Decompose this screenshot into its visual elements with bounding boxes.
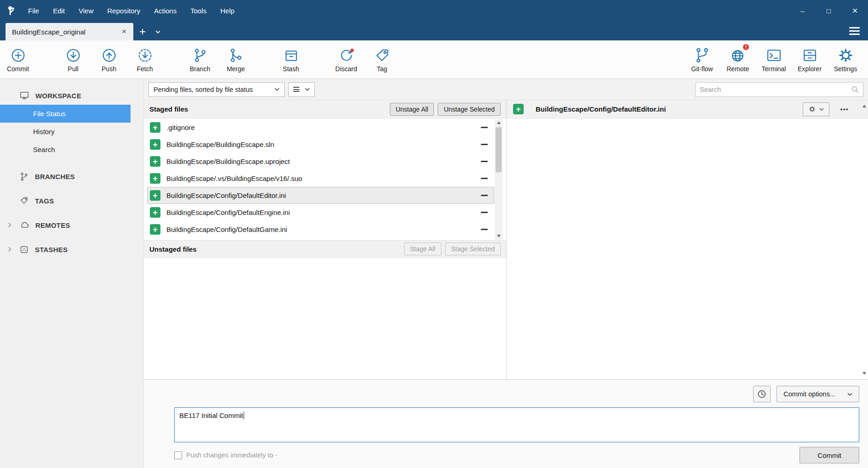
merge-toolbar-label: Merge: [227, 65, 245, 73]
diff-panel-scrollbar[interactable]: [860, 100, 868, 379]
staged-file-row[interactable]: + BuildingEscape/Config/DefaultGame.ini: [147, 221, 494, 238]
sidebar-item-file-status[interactable]: File Status: [0, 105, 131, 123]
commit-toolbar-button[interactable]: Commit: [0, 42, 36, 78]
diff-options-button[interactable]: [803, 102, 829, 116]
remote-toolbar-button[interactable]: ! Remote: [720, 42, 756, 78]
added-file-icon: +: [150, 207, 160, 218]
staged-file-row[interactable]: + BuildingEscape/Config/DefaultEngine.in…: [147, 204, 494, 221]
unstage-file-icon[interactable]: [479, 224, 490, 235]
commit-button[interactable]: Commit: [799, 447, 859, 463]
staged-file-name: BuildingEscape/.vs/BuildingEscape/v16/.s…: [166, 175, 302, 182]
tags-section-label: TAGS: [35, 197, 54, 205]
settings-toolbar-button[interactable]: Settings: [828, 42, 863, 78]
menu-file[interactable]: File: [21, 0, 46, 21]
commit-history-button[interactable]: [753, 386, 771, 402]
remotes-section-header[interactable]: REMOTES: [0, 216, 143, 234]
pull-toolbar-button[interactable]: Pull: [55, 42, 91, 78]
unstage-selected-button[interactable]: Unstage Selected: [438, 103, 501, 116]
stage-all-button[interactable]: Stage All: [404, 242, 441, 255]
branches-section-header[interactable]: BRANCHES: [0, 167, 143, 186]
sidebar-item-history[interactable]: History: [0, 123, 143, 141]
menu-actions[interactable]: Actions: [147, 0, 183, 21]
pull-toolbar-label: Pull: [68, 65, 78, 73]
settings-toolbar-label: Settings: [834, 65, 857, 73]
unstage-file-icon[interactable]: [479, 190, 490, 201]
maximize-button[interactable]: □: [816, 0, 842, 21]
remotes-expand-chevron-icon[interactable]: [8, 222, 12, 228]
tag-icon: [19, 196, 29, 206]
file-search-box: [695, 82, 863, 97]
commit-options-dropdown[interactable]: Commit options...: [777, 386, 859, 402]
terminal-toolbar-button[interactable]: Terminal: [756, 42, 792, 78]
tag-toolbar-button[interactable]: Tag: [364, 42, 400, 78]
unstage-file-icon[interactable]: [479, 139, 490, 150]
staged-file-name: BuildingEscape/Config/DefaultGame.ini: [166, 226, 287, 233]
main-toolbar: Commit Pull Push Fetch Branch Merge Stas…: [0, 40, 868, 79]
stashes-section-header[interactable]: STASHES: [0, 240, 143, 259]
fetch-toolbar-button[interactable]: Fetch: [127, 42, 163, 78]
commit-message-text: BE117 Initial Commit: [179, 412, 243, 419]
staged-file-name: BuildingEscape/BuildingEscape.uproject: [166, 158, 290, 165]
tab-close-icon[interactable]: ×: [119, 26, 130, 37]
tab-list-dropdown[interactable]: [152, 23, 164, 40]
push-toolbar-button[interactable]: Push: [91, 42, 127, 78]
more-options-button[interactable]: •••: [840, 106, 849, 113]
menu-bar: File Edit View Repository Actions Tools …: [21, 0, 241, 21]
menu-repository[interactable]: Repository: [100, 0, 147, 21]
staged-file-name: .gitignore: [166, 124, 195, 131]
file-search-input[interactable]: [700, 86, 851, 93]
discard-toolbar-button[interactable]: Discard: [328, 42, 364, 78]
menu-view[interactable]: View: [72, 0, 100, 21]
close-button[interactable]: ×: [842, 0, 868, 21]
toolbar-right-group: Git-flow ! Remote Terminal Explorer: [684, 42, 863, 78]
unstage-all-button[interactable]: Unstage All: [390, 103, 434, 116]
staged-file-row[interactable]: + .gitignore: [147, 119, 494, 136]
staged-list-scrollbar[interactable]: [495, 119, 503, 240]
menu-help[interactable]: Help: [213, 0, 241, 21]
unstage-file-icon[interactable]: [479, 207, 490, 218]
stashes-expand-chevron-icon[interactable]: [8, 247, 12, 253]
minimize-button[interactable]: –: [789, 0, 816, 21]
explorer-toolbar-button[interactable]: Explorer: [792, 42, 828, 78]
staged-file-name: BuildingEscape/BuildingEscape.sln: [166, 141, 274, 148]
tags-section-header[interactable]: TAGS: [0, 192, 143, 210]
pending-files-filter-dropdown[interactable]: Pending files, sorted by file status: [148, 82, 285, 97]
staged-file-row-selected[interactable]: + BuildingEscape/Config/DefaultEditor.in…: [147, 187, 494, 204]
scroll-up-icon[interactable]: [495, 119, 503, 126]
git-flow-toolbar-label: Git-flow: [691, 65, 713, 73]
view-options-dropdown[interactable]: [288, 82, 315, 97]
merge-toolbar-button[interactable]: Merge: [218, 42, 254, 78]
remote-alert-badge: !: [742, 43, 750, 51]
stash-toolbar-button[interactable]: Stash: [273, 42, 309, 78]
workspace-section-label: WORKSPACE: [35, 92, 81, 100]
menu-tools[interactable]: Tools: [183, 0, 213, 21]
staged-file-row[interactable]: + BuildingEscape/BuildingEscape.uproject: [147, 153, 494, 170]
git-flow-toolbar-button[interactable]: Git-flow: [684, 42, 720, 78]
staged-file-row[interactable]: + BuildingEscape/BuildingEscape.sln: [147, 136, 494, 153]
scroll-up-icon[interactable]: [860, 102, 868, 110]
repo-tab[interactable]: BuildingEscape_original ×: [6, 23, 133, 40]
workspace-section-header[interactable]: WORKSPACE: [0, 86, 143, 105]
scroll-down-icon[interactable]: [860, 370, 868, 377]
unstage-file-icon[interactable]: [479, 173, 490, 184]
new-tab-button[interactable]: +: [133, 23, 152, 40]
scroll-down-icon[interactable]: [495, 232, 503, 240]
branch-toolbar-button[interactable]: Branch: [182, 42, 218, 78]
staged-file-row[interactable]: + BuildingEscape/.vs/BuildingEscape/v16/…: [147, 170, 494, 187]
commit-area: Commit options... BE117 Initial Commit P…: [144, 379, 868, 468]
staged-file-name: BuildingEscape/Config/DefaultEngine.ini: [166, 209, 290, 216]
hamburger-menu-icon[interactable]: [849, 27, 860, 35]
push-immediately-checkbox[interactable]: [174, 451, 182, 459]
title-bar: File Edit View Repository Actions Tools …: [0, 0, 868, 21]
unstaged-files-list: [144, 258, 506, 379]
push-immediately-label: Push changes immediately to -: [186, 451, 277, 459]
added-file-icon: +: [150, 224, 160, 235]
stage-selected-button[interactable]: Stage Selected: [445, 242, 501, 255]
unstaged-files-title: Unstaged files: [149, 245, 197, 253]
scrollbar-thumb[interactable]: [496, 127, 502, 172]
sidebar-item-search[interactable]: Search: [0, 141, 143, 158]
unstage-file-icon[interactable]: [479, 122, 490, 133]
unstage-file-icon[interactable]: [479, 156, 490, 167]
menu-edit[interactable]: Edit: [46, 0, 72, 21]
commit-message-input[interactable]: BE117 Initial Commit: [174, 407, 859, 442]
